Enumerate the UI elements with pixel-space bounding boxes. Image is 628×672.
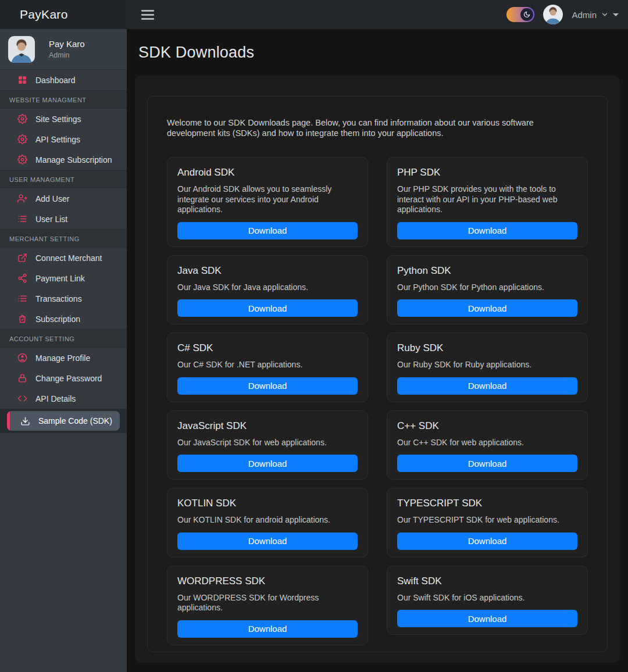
sdk-grid: Android SDK Our Android SDK allows you t… (167, 157, 588, 645)
sidebar-item-connect-merchant[interactable]: Connect Merchant (0, 248, 127, 268)
profile-block: Pay Karo Admin (0, 29, 127, 70)
sidebar-item-transactions[interactable]: Transactions (0, 288, 127, 309)
sdk-card-title: Swift SDK (397, 576, 577, 587)
sdk-card-description: Our JavaScript SDK for web applications. (177, 438, 358, 448)
sdk-card-title: WORDPRESS SDK (177, 576, 358, 587)
sidebar-item-manage-subscription[interactable]: Manage Subscription (0, 149, 127, 170)
sdk-card-title: KOTLIN SDK (177, 498, 358, 509)
sidebar-item-site-settings[interactable]: Site Settings (0, 109, 127, 129)
user-avatar[interactable] (543, 5, 563, 24)
download-icon (20, 416, 30, 426)
sidebar-item-api-settings[interactable]: API Settings (0, 129, 127, 149)
sdk-card-csharp: C# SDK Our C# SDK for .NET applications.… (167, 333, 368, 402)
active-indicator (7, 411, 10, 431)
sdk-card-description: Our C# SDK for .NET applications. (177, 360, 358, 370)
download-button[interactable]: Download (177, 620, 358, 638)
gear-icon (17, 155, 27, 165)
grid-icon (17, 75, 27, 85)
hamburger-menu-icon[interactable] (141, 10, 154, 20)
download-button[interactable]: Download (397, 377, 577, 395)
sdk-card-description: Our C++ SDK for web applications. (397, 438, 577, 448)
sdk-card-description: Our TYPESCRIPT SDK for web applications. (397, 515, 577, 526)
sidebar-item-subscription[interactable]: Subscription (0, 309, 127, 329)
sdk-card-title: PHP SDK (397, 167, 577, 178)
sidebar-item-label: User List (35, 215, 67, 224)
sidebar-item-label: Subscription (35, 314, 80, 324)
download-button[interactable]: Download (397, 299, 577, 317)
profile-avatar (8, 36, 35, 63)
download-button[interactable]: Download (397, 532, 577, 550)
sidebar-item-payment-link[interactable]: Payment Link (0, 268, 127, 288)
download-button[interactable]: Download (177, 455, 358, 472)
sdk-card-description: Our Swift SDK for iOS applications. (397, 593, 577, 603)
sidebar-item-label: Dashboard (35, 76, 76, 85)
topbar: Admin (127, 0, 628, 29)
admin-dropdown[interactable]: Admin (572, 10, 619, 20)
sdk-container: Welcome to our SDK Downloads page. Below… (147, 96, 608, 652)
sdk-card-android: Android SDK Our Android SDK allows you t… (167, 157, 368, 247)
sdk-card-python: Python SDK Our Python SDK for Python app… (387, 255, 588, 325)
sdk-card-description: Our WORDPRESS SDK for Wordpress applicat… (177, 593, 358, 613)
sidebar-nav: Dashboard WEBSITE MANAGMENT Site Setting… (0, 70, 127, 672)
sidebar-item-label: Manage Profile (35, 353, 90, 363)
sidebar-item-change-password[interactable]: Change Password (0, 368, 127, 388)
sdk-card-cpp: C++ SDK Our C++ SDK for web applications… (387, 410, 588, 480)
page-title: SDK Downloads (138, 44, 254, 62)
sdk-card-description: Our Java SDK for Java applications. (177, 283, 358, 293)
sdk-card-title: Python SDK (397, 265, 577, 277)
chevron-down-icon (601, 10, 609, 19)
download-button[interactable]: Download (397, 222, 577, 240)
sdk-card-wordpress: WORDPRESS SDK Our WORDPRESS SDK for Word… (167, 566, 368, 645)
sdk-card-description: Our Ruby SDK for Ruby applications. (397, 360, 577, 370)
moon-icon (520, 8, 533, 21)
sidebar-item-api-details[interactable]: API Details (0, 388, 127, 409)
gear-icon (17, 114, 27, 124)
sidebar: PayKaro Pay Karo Admin Dashboard WEBSITE… (0, 0, 127, 672)
sdk-card-typescript: TYPESCRIPT SDK Our TYPESCRIPT SDK for we… (387, 488, 588, 557)
sidebar-section-user-management: USER MANAGMENT (0, 170, 127, 188)
profile-name: Pay Karo (49, 39, 85, 49)
download-button[interactable]: Download (177, 222, 358, 240)
sdk-card-java: Java SDK Our Java SDK for Java applicati… (167, 255, 368, 325)
sidebar-item-add-user[interactable]: Add User (0, 188, 127, 209)
bag-check-icon (17, 314, 27, 324)
brand-logo: PayKaro (0, 0, 127, 29)
sidebar-section-merchant-setting: MERCHANT SETTING (0, 229, 127, 248)
sdk-card-description: Our Python SDK for Python applications. (397, 283, 577, 293)
app-root: PayKaro Pay Karo Admin Dashboard WEBSITE… (0, 0, 628, 672)
download-button[interactable]: Download (177, 299, 358, 317)
theme-toggle[interactable] (506, 7, 534, 22)
sdk-card-javascript: JavaScript SDK Our JavaScript SDK for we… (167, 410, 368, 480)
download-button[interactable]: Download (397, 455, 577, 472)
welcome-text: Welcome to our SDK Downloads page. Below… (167, 117, 568, 138)
code-icon (17, 394, 27, 404)
download-button[interactable]: Download (177, 377, 358, 395)
list-icon (17, 294, 27, 304)
sdk-card-title: C# SDK (177, 342, 358, 354)
sidebar-item-manage-profile[interactable]: Manage Profile (0, 348, 127, 368)
external-link-icon (17, 253, 27, 263)
download-button[interactable]: Download (177, 532, 358, 550)
sidebar-item-label: Change Password (35, 374, 102, 383)
sidebar-item-label: Payment Link (35, 274, 85, 283)
content-panel: Welcome to our SDK Downloads page. Below… (135, 76, 620, 663)
sidebar-item-label: API Settings (35, 135, 80, 144)
download-button[interactable]: Download (397, 610, 577, 627)
main-area: Admin SDK Downloads Welcome to our SDK D… (127, 0, 628, 672)
admin-label: Admin (572, 10, 597, 20)
sidebar-item-label: Sample Code (SDK) (38, 416, 112, 426)
sdk-card-ruby: Ruby SDK Our Ruby SDK for Ruby applicati… (387, 333, 588, 402)
sidebar-item-sample-code-sdk[interactable]: Sample Code (SDK) (0, 409, 127, 433)
sidebar-item-label: API Details (35, 394, 76, 403)
sidebar-item-label: Transactions (35, 294, 82, 303)
lock-icon (17, 373, 27, 384)
sdk-card-title: TYPESCRIPT SDK (397, 498, 577, 509)
sdk-card-title: JavaScript SDK (177, 420, 358, 432)
sdk-card-title: Android SDK (177, 167, 358, 178)
profile-role: Admin (49, 51, 85, 59)
sidebar-item-user-list[interactable]: User List (0, 209, 127, 229)
sdk-card-description: Our PHP SDK provides you with the tools … (397, 184, 577, 215)
sidebar-item-dashboard[interactable]: Dashboard (0, 70, 127, 90)
sdk-card-description: Our KOTLIN SDK for android applications. (177, 515, 358, 526)
user-plus-icon (17, 194, 27, 204)
